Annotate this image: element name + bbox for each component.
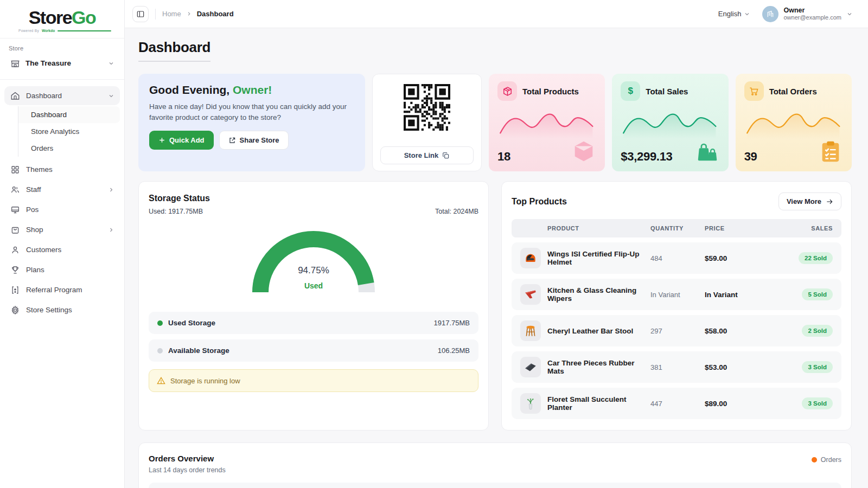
users-icon [10, 184, 20, 195]
view-more-label: View More [787, 197, 821, 206]
orders-overview-title: Orders Overview [149, 454, 226, 463]
user-info: Owner owner@example.com [783, 7, 841, 21]
greeting-user-name: Owner! [233, 84, 272, 96]
shopping-bag-icon [10, 224, 20, 235]
product-name: Floret Small Succulent Planter [547, 395, 650, 412]
table-row[interactable]: Floret Small Succulent Planter 447 $89.0… [512, 388, 841, 419]
share-store-button[interactable]: Share Store [219, 131, 289, 150]
sales-badge: 3 Sold [802, 397, 833, 409]
breadcrumb-current: Dashboard [197, 10, 234, 18]
orders-overview-row: Orders Overview Last 14 days order trend… [138, 442, 852, 488]
storage-used-label: Used: 1917.75MB [149, 208, 203, 215]
orders-legend-dot-icon [812, 457, 817, 463]
table-row[interactable]: Wings ISI Certified Flip-Up Helmet 484 $… [512, 242, 841, 274]
sidebar-item-label: Pos [26, 206, 114, 214]
stat-card-total-sales: $ Total Sales $3,299.13 [612, 74, 728, 171]
table-row[interactable]: Kitchen & Glass Cleaning Wipers In Varia… [512, 279, 841, 310]
product-price: $59.00 [705, 254, 774, 262]
sidebar-item-label: Dashboard [26, 92, 102, 100]
sales-badge: 3 Sold [802, 361, 833, 373]
stat-card-total-products: Total Products 18 [489, 74, 605, 171]
product-sales: 2 Sold [774, 325, 833, 337]
gauge-percent: 94.75% [251, 265, 376, 276]
orders-legend-label: Orders [821, 456, 841, 464]
product-sales: 3 Sold [774, 361, 833, 373]
sidebar-subitem-dashboard[interactable]: Dashboard [18, 106, 120, 123]
orders-overview-subtitle: Last 14 days order trends [149, 466, 226, 474]
product-price: In Variant [705, 291, 774, 299]
chevron-down-icon [846, 11, 853, 17]
sidebar-item-shop[interactable]: Shop [4, 220, 120, 239]
orders-overview-card: Orders Overview Last 14 days order trend… [138, 442, 852, 488]
sales-badge: 5 Sold [802, 288, 833, 300]
breadcrumb-home[interactable]: Home [162, 10, 181, 18]
used-storage-row: Used Storage 1917.75MB [149, 312, 478, 334]
storage-subheader: Used: 1917.75MB Total: 2024MB [149, 208, 478, 215]
store-selector[interactable]: The Treasure [9, 52, 116, 75]
chevron-down-icon [108, 93, 114, 99]
pos-terminal-icon [10, 204, 20, 215]
stat-value: 39 [744, 150, 757, 164]
storage-row-value: 106.25MB [438, 346, 470, 355]
store-section: Store The Treasure [0, 38, 124, 77]
copy-icon [442, 152, 450, 159]
brand-name-primary: Store [29, 7, 72, 28]
stat-head: Total Orders [744, 81, 843, 101]
powered-by-line [58, 30, 111, 31]
language-label: English [718, 10, 742, 18]
shopping-bags-silhouette-icon [695, 139, 720, 164]
sales-badge: 22 Sold [799, 252, 833, 264]
stat-foot: $3,299.13 [621, 139, 719, 164]
share-store-label: Share Store [240, 136, 279, 144]
sales-sparkline [621, 105, 719, 139]
sidebar-subitem-orders[interactable]: Orders [18, 140, 120, 157]
user-menu[interactable]: Owner owner@example.com [762, 6, 853, 22]
user-name: Owner [783, 7, 841, 14]
external-link-icon [228, 137, 236, 144]
product-quantity: 297 [650, 327, 705, 335]
table-row[interactable]: Cheryl Leather Bar Stool 297 $58.00 2 So… [512, 315, 841, 346]
quick-add-button[interactable]: Quick Add [149, 131, 214, 150]
store-link-button[interactable]: Store Link [380, 146, 474, 164]
sidebar-item-themes[interactable]: Themes [4, 160, 120, 179]
sidebar-item-store-settings[interactable]: Store Settings [4, 300, 120, 319]
header-actions: English Owner owner@example.com [718, 6, 853, 22]
sidebar-item-dashboard[interactable]: Dashboard [4, 86, 120, 105]
detail-row: Storage Status Used: 1917.75MB Total: 20… [138, 181, 852, 431]
stat-card-total-orders: Total Orders 39 [736, 74, 852, 171]
building-icon [766, 10, 775, 18]
sidebar-item-plans[interactable]: Plans [4, 260, 120, 279]
store-section-label: Store [9, 45, 116, 52]
clipboard-silhouette-icon [818, 139, 843, 164]
main-area: Home Dashboard English Owner owner@examp… [125, 0, 868, 488]
sidebar-item-label: Staff [26, 185, 102, 194]
powered-by-text: Powered By [18, 29, 39, 33]
greeting-message: Have a nice day! Did you know that you c… [149, 101, 350, 123]
product-name: Wings ISI Certified Flip-Up Helmet [547, 250, 650, 266]
table-row[interactable]: Car Three Pieces Rubber Mats 381 $53.00 … [512, 351, 841, 383]
panel-toggle-icon [136, 10, 145, 18]
top-products-title: Top Products [512, 197, 567, 207]
store-name: The Treasure [25, 59, 103, 67]
chart-legend: Orders [812, 456, 841, 464]
sidebar-item-customers[interactable]: Customers [4, 240, 120, 259]
sidebar-item-pos[interactable]: Pos [4, 200, 120, 219]
sidebar-item-referral-program[interactable]: Referral Program [4, 280, 120, 299]
language-selector[interactable]: English [718, 10, 751, 18]
col-sales: SALES [774, 225, 833, 232]
orders-overview-header: Orders Overview Last 14 days order trend… [149, 454, 841, 474]
dollar-icon: $ [621, 81, 640, 101]
col-product: PRODUCT [547, 225, 650, 232]
sidebar-item-label: Customers [26, 246, 114, 254]
view-more-button[interactable]: View More [778, 192, 841, 210]
sidebar-item-staff[interactable]: Staff [4, 180, 120, 199]
sidebar-toggle-button[interactable] [132, 6, 149, 22]
top-products-table: PRODUCT QUANTITY PRICE SALES Wings ISI C… [512, 219, 841, 419]
sidebar-subitem-store-analytics[interactable]: Store Analytics [18, 123, 120, 140]
trophy-icon [10, 265, 20, 275]
storage-gauge: 94.75% Used [251, 229, 376, 293]
powered-by-brand: Workdo [42, 29, 55, 33]
chevron-right-icon [108, 187, 114, 193]
product-quantity: 484 [650, 254, 705, 262]
product-price: $53.00 [705, 363, 774, 371]
